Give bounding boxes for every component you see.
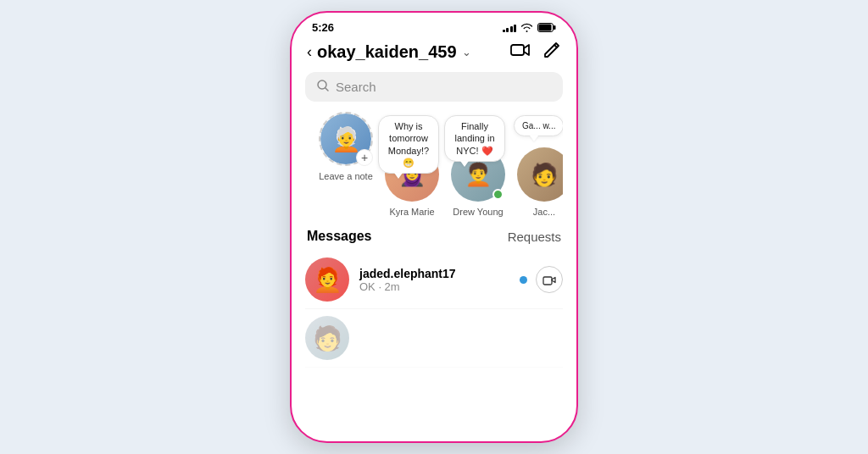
battery-icon <box>537 23 556 32</box>
kyra-note-bubble: Why is tomorrow Monday!? 😁 <box>378 115 439 174</box>
drew-note-bubble: Finally landing in NYC! ❤️ <box>444 115 505 162</box>
svg-rect-3 <box>511 45 524 55</box>
messages-title: Messages <box>307 229 372 244</box>
status-time: 5:26 <box>312 21 334 34</box>
search-placeholder: Search <box>336 80 376 94</box>
search-bar[interactable]: Search <box>305 72 563 102</box>
msg-info: jaded.elephant17 OK · 2m <box>359 267 509 293</box>
avatar: 🧑‍🦰 <box>305 257 349 302</box>
story-label-jac: Jac... <box>533 207 555 217</box>
requests-link[interactable]: Requests <box>508 230 561 244</box>
status-icons <box>503 23 557 32</box>
msg-preview: OK · 2m <box>359 280 509 293</box>
table-row[interactable]: 🧑 <box>305 309 563 368</box>
add-note-avatar-wrap: 🧑‍🦳 + <box>319 112 373 166</box>
header-icons <box>510 41 561 64</box>
msg-actions <box>520 266 563 293</box>
phone-frame: 5:26 ‹ okay_kaiden_459 ⌄ <box>290 11 578 443</box>
story-item-jac[interactable]: Ga... w... 🧑 Jac... <box>517 112 563 217</box>
story-label-drew: Drew Young <box>453 207 503 217</box>
search-icon <box>317 80 329 94</box>
table-row[interactable]: 🧑‍🦰 jaded.elephant17 OK · 2m <box>305 251 563 309</box>
svg-rect-6 <box>543 277 552 285</box>
jac-avatar-wrap: Ga... w... 🧑 <box>517 147 563 202</box>
plus-badge: + <box>356 149 373 166</box>
chevron-down-icon[interactable]: ⌄ <box>462 46 471 58</box>
drew-avatar-wrap: Finally landing in NYC! ❤️ 🧑‍🦱 <box>451 147 505 202</box>
online-indicator <box>492 189 504 200</box>
video-call-icon[interactable] <box>510 42 531 62</box>
msg-username: jaded.elephant17 <box>359 267 509 280</box>
avatar: 🧑 <box>305 316 349 360</box>
story-item-add-note[interactable]: 🧑‍🦳 + Leave a note <box>319 112 373 181</box>
kyra-avatar-wrap: Why is tomorrow Monday!? 😁 🧕 <box>385 147 439 202</box>
svg-line-5 <box>326 88 328 91</box>
svg-rect-1 <box>554 25 556 30</box>
status-bar: 5:26 <box>292 13 576 37</box>
svg-rect-2 <box>539 25 552 31</box>
camera-button[interactable] <box>536 266 563 293</box>
compose-icon[interactable] <box>542 41 561 64</box>
header: ‹ okay_kaiden_459 ⌄ <box>292 37 576 72</box>
message-list: 🧑‍🦰 jaded.elephant17 OK · 2m 🧑 <box>292 251 576 368</box>
signal-icon <box>503 23 517 32</box>
story-label-kyra: Kyra Marie <box>389 207 434 217</box>
unread-indicator <box>520 276 527 284</box>
jac-note-bubble: Ga... w... <box>514 115 563 136</box>
wifi-icon <box>520 23 533 32</box>
story-label-add-note: Leave a note <box>319 171 373 181</box>
section-header: Messages Requests <box>292 217 576 251</box>
back-button[interactable]: ‹ <box>307 43 312 61</box>
story-item-drew[interactable]: Finally landing in NYC! ❤️ 🧑‍🦱 Drew Youn… <box>451 112 505 217</box>
jac-avatar: 🧑 <box>517 147 563 202</box>
username-label[interactable]: okay_kaiden_459 <box>317 42 457 62</box>
story-item-kyra[interactable]: Why is tomorrow Monday!? 😁 🧕 Kyra Marie <box>385 112 439 217</box>
stories-row: 🧑‍🦳 + Leave a note Why is tomorrow Monda… <box>305 112 563 217</box>
header-left[interactable]: ‹ okay_kaiden_459 ⌄ <box>307 42 471 62</box>
